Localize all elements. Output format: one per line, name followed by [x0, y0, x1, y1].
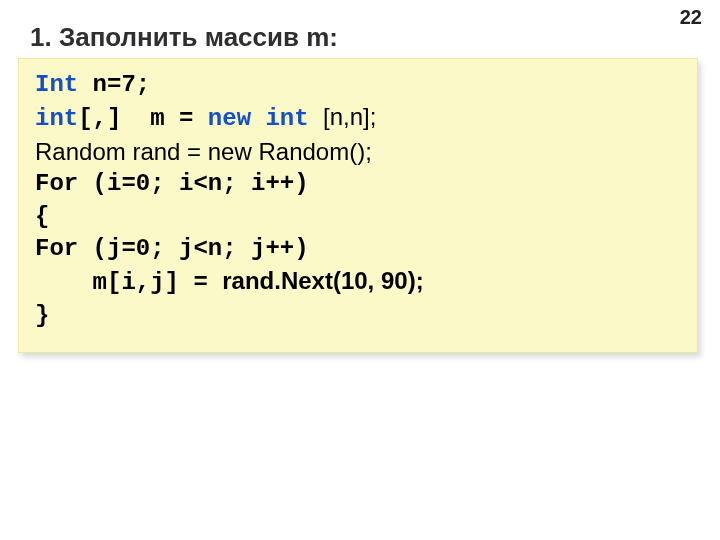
code-line-1: Int n=7;: [35, 69, 681, 101]
code-text: n=7;: [93, 71, 151, 98]
code-line-4: For (i=0; i<n; i++): [35, 168, 681, 200]
page-number: 22: [680, 6, 702, 29]
code-keyword: Int: [35, 71, 93, 98]
code-text: rand.Next(10, 90);: [222, 267, 423, 294]
code-keyword: new int: [208, 105, 323, 132]
code-box: Int n=7; int[,] m = new int [n,n]; Rando…: [18, 58, 698, 353]
code-line-5: {: [35, 201, 681, 233]
code-line-7: m[i,j] = rand.Next(10, 90);: [35, 265, 681, 299]
code-text: m[i,j] =: [35, 269, 222, 296]
code-line-3: Random rand = new Random();: [35, 136, 681, 168]
code-line-8: }: [35, 300, 681, 332]
code-text: m =: [150, 105, 208, 132]
code-text: [,]: [78, 105, 150, 132]
slide-title: 1. Заполнить массив m:: [30, 22, 338, 53]
code-text: [n,n];: [323, 103, 376, 130]
code-line-2: int[,] m = new int [n,n];: [35, 101, 681, 135]
code-line-6: For (j=0; j<n; j++): [35, 233, 681, 265]
code-keyword: int: [35, 105, 78, 132]
slide: 22 1. Заполнить массив m: Int n=7; int[,…: [0, 0, 720, 540]
